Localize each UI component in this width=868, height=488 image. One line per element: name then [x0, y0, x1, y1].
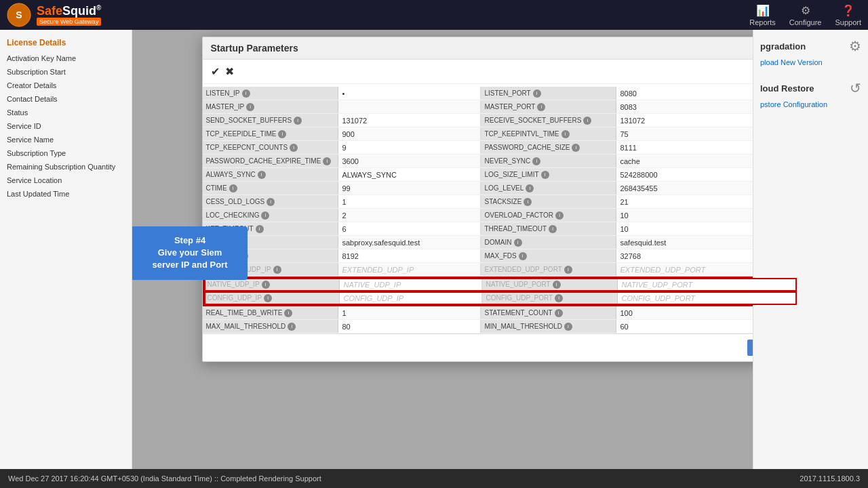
info-icon[interactable]: i: [583, 117, 591, 125]
param-right-name: STATEMENT_COUNTi: [481, 306, 616, 319]
upload-new-version-link[interactable]: pload New Version: [760, 58, 861, 66]
sidebar-item-service-location[interactable]: Service Location: [0, 174, 132, 187]
param-left-name: MASTER_IPi: [203, 100, 338, 113]
statusbar-right: 2017.1115.1800.3: [800, 474, 860, 483]
nav-configure-label: Configure: [789, 18, 822, 26]
info-icon[interactable]: i: [537, 103, 545, 111]
info-icon[interactable]: i: [246, 103, 254, 111]
info-icon[interactable]: i: [549, 225, 557, 233]
nav-reports[interactable]: 📊 Reports: [749, 4, 776, 26]
svg-text:S: S: [16, 9, 22, 20]
sidebar-item-subscription-type[interactable]: Subscription Type: [0, 146, 132, 160]
param-row-7: CTIMEi 99 LOG_LEVELi 268435455: [203, 182, 798, 195]
param-row-1: MASTER_IPi MASTER_PORTi 8083: [203, 100, 798, 114]
info-icon[interactable]: i: [261, 211, 269, 220]
cancel-button[interactable]: ✖: [225, 65, 234, 78]
param-row-15: CONFIG_UDP_IPi CONFIG_UDP_IP CONFIG_UDP_…: [204, 291, 797, 305]
param-left-val: EXTENDED_UDP_IP: [338, 263, 481, 276]
param-left-name: LISTEN_IPi: [203, 87, 338, 100]
info-icon[interactable]: i: [323, 157, 331, 165]
param-left-val: 1: [338, 195, 481, 208]
modal-toolbar: ✔ ✖: [203, 60, 798, 84]
info-icon[interactable]: i: [284, 309, 292, 317]
brand-name: SafeSquid®: [37, 4, 101, 18]
param-row-17: MAX_MAIL_THRESHOLDi 80 MIN_MAIL_THRESHOL…: [203, 320, 798, 333]
info-icon[interactable]: i: [273, 266, 281, 274]
info-icon[interactable]: i: [229, 184, 237, 192]
main-layout: License Details Activation Key Name Subs…: [0, 30, 868, 469]
sidebar-item-service-id[interactable]: Service ID: [0, 119, 132, 133]
param-right-name: LOG_LEVELi: [481, 182, 616, 195]
restore-icon[interactable]: ↺: [850, 80, 861, 96]
param-right-name: STACKSIZEi: [481, 195, 616, 208]
gear-icon[interactable]: ⚙: [849, 38, 861, 54]
info-icon[interactable]: i: [267, 198, 275, 206]
param-left-val: 131072: [338, 114, 481, 127]
modal-header: Startup Parameters ×: [203, 37, 798, 60]
info-icon[interactable]: i: [553, 281, 561, 289]
sidebar-item-status[interactable]: Status: [0, 106, 132, 119]
sidebar-item-last-updated[interactable]: Last Updated Time: [0, 187, 132, 201]
param-right-name: LOG_SIZE_LIMITi: [481, 168, 616, 181]
param-right-name: MAX_FDSi: [481, 249, 616, 262]
info-icon[interactable]: i: [564, 323, 572, 331]
right-panel: pgradation ⚙ pload New Version loud Rest…: [753, 30, 868, 469]
sidebar-item-creator-details[interactable]: Creator Details: [0, 79, 132, 92]
statusbar-left: Wed Dec 27 2017 16:20:44 GMT+0530 (India…: [8, 474, 321, 483]
param-left-val: •: [338, 87, 481, 100]
info-icon[interactable]: i: [561, 130, 570, 138]
param-left-name: TCP_KEEPIDLE_TIMEi: [203, 127, 338, 140]
info-icon[interactable]: i: [532, 157, 540, 165]
info-icon[interactable]: i: [572, 144, 580, 152]
info-icon[interactable]: i: [524, 198, 532, 206]
param-row-4: TCP_KEEPCNT_COUNTSi 9 PASSWORD_CACHE_SIZ…: [203, 141, 798, 155]
info-icon[interactable]: i: [541, 171, 549, 179]
sidebar-item-remaining-quantity[interactable]: Remaining Subscription Quantity: [0, 160, 132, 174]
statusbar: Wed Dec 27 2017 16:20:44 GMT+0530 (India…: [0, 469, 868, 488]
sidebar-item-activation-key[interactable]: Activation Key Name: [0, 52, 132, 65]
param-row-11: TNAMEi sabproxy.safesquid.test DOMAINi s…: [203, 236, 798, 249]
info-icon[interactable]: i: [519, 252, 527, 260]
sidebar-item-service-name[interactable]: Service Name: [0, 133, 132, 146]
param-right-name: TCP_KEEPINTVL_TIMEi: [481, 127, 616, 140]
info-icon[interactable]: i: [514, 239, 522, 247]
sidebar-item-contact-details[interactable]: Contact Details: [0, 92, 132, 106]
reports-icon: 📊: [756, 4, 770, 17]
brand-tagline: Secure Web Gateway: [37, 18, 101, 26]
info-icon[interactable]: i: [555, 211, 564, 220]
nav-support[interactable]: ❓ Support: [835, 4, 861, 26]
param-left-val: 99: [338, 182, 481, 195]
param-left-val: ALWAYS_SYNC: [338, 168, 481, 181]
param-row-9: LOC_CHECKINGi 2 OVERLOAD_FACTORi 10: [203, 209, 798, 222]
info-icon[interactable]: i: [533, 89, 541, 98]
info-icon[interactable]: i: [526, 184, 534, 192]
info-icon[interactable]: i: [290, 144, 298, 152]
info-icon[interactable]: i: [555, 294, 563, 302]
param-left-name: PASSWORD_CACHE_EXPIRE_TIMEi: [203, 155, 338, 167]
info-icon[interactable]: i: [258, 171, 266, 179]
info-icon[interactable]: i: [242, 89, 250, 98]
param-left-name: MAX_MAIL_THRESHOLDi: [203, 320, 338, 333]
info-icon[interactable]: i: [262, 281, 270, 289]
configure-icon: ⚙: [801, 4, 810, 17]
sidebar: License Details Activation Key Name Subs…: [0, 30, 132, 469]
modal-startup-parameters: Startup Parameters × ✔ ✖ LISTEN_IPi • LI…: [202, 37, 799, 362]
modal-body: LISTEN_IPi • LISTEN_PORTi 8080 MASTER_IP…: [203, 84, 798, 333]
sidebar-item-subscription-start[interactable]: Subscription Start: [0, 65, 132, 79]
restore-configuration-link[interactable]: pstore Configuration: [760, 100, 861, 108]
param-row-0: LISTEN_IPi • LISTEN_PORTi 8080: [203, 87, 798, 100]
confirm-button[interactable]: ✔: [211, 65, 220, 78]
info-icon[interactable]: i: [564, 266, 572, 274]
upgrade-title: pgradation: [760, 41, 806, 52]
nav-configure[interactable]: ⚙ Configure: [789, 4, 822, 26]
info-icon[interactable]: i: [288, 323, 296, 331]
param-right-name: OVERLOAD_FACTORi: [481, 209, 616, 222]
info-icon[interactable]: i: [264, 294, 272, 302]
nav-reports-label: Reports: [749, 18, 776, 26]
param-row-2: SEND_SOCKET_BUFFERSi 131072 RECEIVE_SOCK…: [203, 114, 798, 127]
info-icon[interactable]: i: [294, 117, 302, 125]
info-icon[interactable]: i: [256, 225, 264, 233]
info-icon[interactable]: i: [555, 309, 563, 317]
info-icon[interactable]: i: [278, 130, 286, 138]
logo: S: [7, 3, 31, 27]
